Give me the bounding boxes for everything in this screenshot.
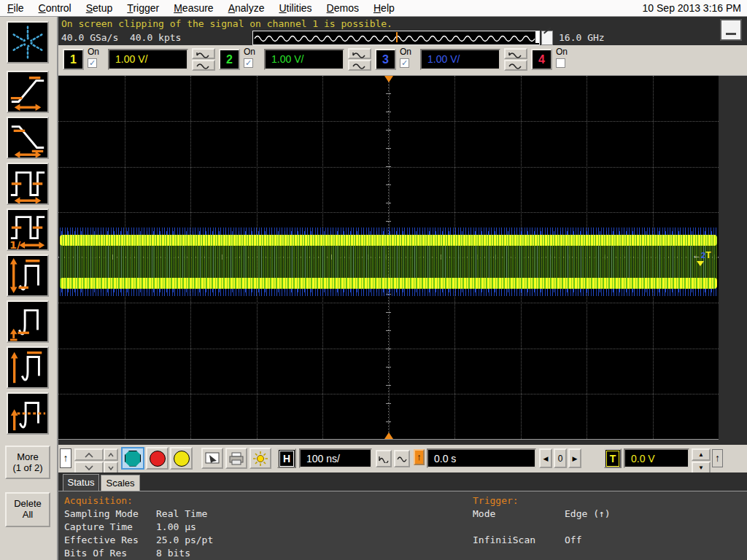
clock: 10 Sep 2013 3:16 PM [643,2,747,14]
delete-all-button[interactable]: DeleteAll [5,492,50,527]
trigger-time-marker-top[interactable] [384,76,393,82]
menu-help[interactable]: Help [366,1,402,15]
trace-bottom-envelope [60,278,717,289]
header-status-area: On screen clipping of the signal on chan… [58,17,747,45]
trigger-menu-button[interactable]: T [604,448,622,468]
clear-display-button[interactable] [249,448,271,469]
svg-text:1/: 1/ [9,239,21,249]
trigger-slope-button[interactable]: ↑ [414,449,425,465]
trace-body [60,244,717,280]
position-left-button[interactable]: ◀ [539,448,552,468]
trigger-level-edge-marker[interactable]: ←2T [692,251,717,266]
spin-up-button[interactable]: ▲ [692,448,711,461]
channel-3-checkbox[interactable] [400,58,409,68]
position-right-button[interactable]: ▶ [568,448,581,468]
infiniium-logo-icon[interactable] [7,21,49,63]
preview-endcap [535,31,539,43]
trigger-level-field[interactable]: 0.0 V [624,448,689,468]
menu-analyze[interactable]: Analyze [221,1,272,15]
hzoom-out-button[interactable] [376,450,392,467]
period-icon[interactable]: 1/ [7,209,49,251]
marker-up-button[interactable]: ↑ [60,448,71,468]
horizontal-position-field[interactable]: 0.0 s [427,448,536,468]
menu-bar: File Control Setup Trigger Measure Analy… [0,0,747,17]
menu-setup[interactable]: Setup [79,1,120,15]
waveform-trace-band [60,228,717,296]
pulse-width-icon[interactable] [7,163,49,205]
trigger-level-spinner: ▲ ▼ [692,448,711,475]
printer-button[interactable] [225,448,247,469]
channel-2-scale-field[interactable]: 1.00 V/ [264,49,344,70]
resize-grip-icon[interactable] [541,31,553,45]
rise-time-icon[interactable] [7,71,49,113]
ground-marker-icon [697,261,704,266]
stop-button[interactable] [146,447,169,470]
more-button[interactable]: More(1 of 2) [5,446,50,479]
run-button[interactable] [121,447,144,470]
channel-3-button[interactable]: 3 [375,49,396,70]
channel-2-on-label: On [244,47,255,57]
acquisition-status-block: Acquisition: Sampling ModeReal Time Capt… [64,494,213,560]
menu-control[interactable]: Control [31,1,79,15]
waveform-display: ←2T [58,75,719,440]
trigger-title: Trigger: [473,494,611,508]
channel-1-offset-button[interactable] [192,48,215,59]
channel-3-scale-button[interactable] [504,60,527,71]
chevron-buttons [104,448,115,469]
run-icon [125,451,141,467]
horizontal-menu-button[interactable]: H [277,448,296,468]
channel-1-scale-button[interactable] [192,60,215,71]
menu-measure[interactable]: Measure [166,1,220,15]
expand-collapse-buttons [74,448,101,469]
trigger-status-block: Trigger: ModeEdge (↑) InfiniiScanOff [473,494,611,547]
single-button[interactable] [170,447,193,470]
minimize-button[interactable] [720,19,742,41]
average-icon[interactable] [7,392,49,435]
oscilloscope-app: File Control Setup Trigger Measure Analy… [0,0,747,560]
double-chevron-up-button[interactable] [74,448,104,461]
channel-2-scale-button[interactable] [348,60,371,71]
channel-2-checkbox[interactable] [244,58,253,68]
base-icon[interactable] [7,300,49,343]
channel-3-scale-field[interactable]: 1.00 V/ [420,49,500,70]
tab-status[interactable]: Status [63,474,99,491]
top-icon[interactable] [7,346,49,389]
channel-2-button[interactable]: 2 [219,49,240,70]
position-zero-button[interactable]: 0 [554,448,567,468]
channel-3-offset-button[interactable] [504,48,527,59]
channel-4-button[interactable]: 4 [531,49,552,70]
channel-4-on-label: On [556,47,568,57]
tab-scales[interactable]: Scales [101,475,140,491]
trigger-marker-button[interactable]: ↑ [712,449,723,467]
stop-icon [150,451,166,467]
clipping-warning: On screen clipping of the signal on chan… [61,18,392,29]
channel-1-scale-field[interactable]: 1.00 V/ [108,49,188,70]
menu-utilities[interactable]: Utilities [271,1,319,15]
acquisition-rate: 40.0 GSa/s 40.0 kpts [61,32,181,43]
timebase-field[interactable]: 100 ns/ [299,448,372,468]
trigger-time-marker-bottom[interactable] [384,432,393,439]
amplitude-icon[interactable] [7,254,49,297]
trace-top-envelope [60,235,717,246]
waveform-preview-bar[interactable] [252,31,540,45]
channel-1-button[interactable]: 1 [63,49,84,70]
status-panel: Acquisition: Sampling ModeReal Time Capt… [58,491,747,560]
minimize-icon [726,33,736,35]
channel-1-checkbox[interactable] [88,58,97,68]
channel-controls-row: 1 On 1.00 V/ 2 On 1.00 V/ 3 On [58,45,747,76]
acquisition-title: Acquisition: [64,494,213,508]
menu-trigger[interactable]: Trigger [120,1,166,15]
channel-4-checkbox[interactable] [556,58,565,68]
fall-time-icon[interactable] [7,117,49,159]
channel-3-on-label: On [400,47,411,57]
single-icon [174,451,190,467]
tab-row: Status Scales [58,472,747,491]
preview-trigger-tick [396,32,398,42]
channel-2-offset-button[interactable] [348,48,371,59]
menu-file[interactable]: File [0,1,31,15]
horizontal-trigger-bar: ↑ H 100 ns/ ↑ 0.0 s ◀ 0 ▶ T 0.0 V ▲ ▼ [58,445,747,472]
menu-demos[interactable]: Demos [320,1,366,15]
hzoom-in-button[interactable] [394,450,410,467]
chevron-up-button[interactable] [104,448,118,461]
screen-image-button[interactable] [201,448,223,469]
